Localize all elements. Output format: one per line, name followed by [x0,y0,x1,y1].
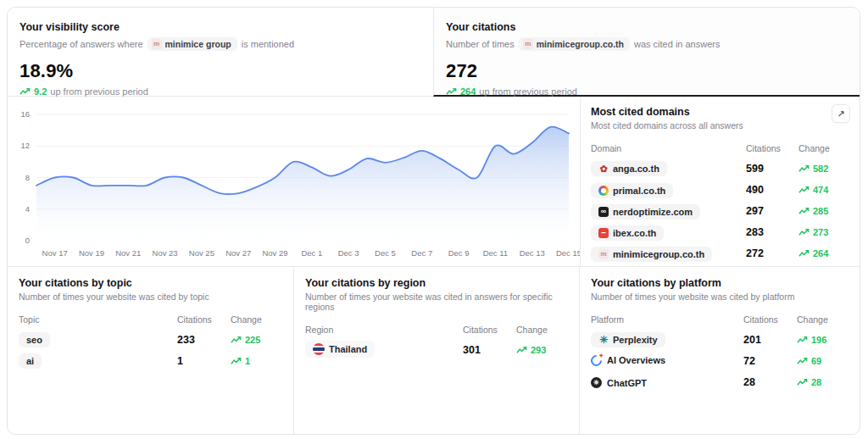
trending-up-icon [797,378,808,386]
panel-title: Most cited domains [591,106,848,118]
change-value: 273 [813,227,828,237]
trending-up-icon [797,357,808,365]
x-axis-tick: Nov 17 [42,248,68,258]
row-name: ChatGPT [591,375,647,391]
x-axis-tick: Dec 3 [338,248,359,258]
column-header: Topic [19,314,177,325]
table-row: nerdoptimize.com297285 [591,200,848,221]
row-pill[interactable]: minimicegroup.co.th [591,247,712,262]
trending-up-icon [798,186,810,194]
metric-tabs: Your visibility score Percentage of answ… [8,8,860,97]
change-value: 264 [813,248,828,258]
row-label: ChatGPT [607,378,647,388]
row-pill[interactable]: seo [19,332,50,347]
subtitle-prefix: Number of times [446,39,515,49]
row-label: Thailand [329,344,367,354]
trending-up-icon [798,228,810,236]
change-cell: 474 [798,185,848,195]
domains-table: DomainCitationsChangeanga.co.th599582pri… [591,139,848,264]
analytics-dashboard: Your visibility score Percentage of answ… [7,7,860,435]
change-cell: 285 [798,206,848,216]
entity-name: minimice group [165,39,231,49]
trending-up-icon [797,336,808,344]
column-header: Change [231,314,281,325]
regions-table: RegionCitationsChangeThailand301293 [305,320,567,360]
column-header: Region [305,325,463,335]
x-axis-tick: Dec 1 [301,248,322,258]
row-label: anga.co.th [613,164,659,174]
change-value: 474 [813,185,828,195]
change-cell: 1 [231,356,281,366]
x-axis-tick: Nov 19 [79,248,104,258]
subtitle-suffix: is mentioned [242,39,294,49]
table-header: DomainCitationsChange [591,139,848,158]
x-axis-tick: Dec 13 [520,248,545,258]
change-cell: 225 [231,335,281,345]
citations-value: 272 [746,247,798,259]
citations-value: 490 [746,184,798,196]
table-row: AI Overviews7269 [591,350,848,371]
change-value: 225 [245,335,260,345]
change-cell: 273 [798,227,848,237]
row-pill[interactable]: ibex.co.th [591,225,664,241]
x-axis-tick: Nov 29 [262,248,287,258]
table-row: ibex.co.th283273 [591,221,848,242]
visibility-card-subtitle: Percentage of answers where minimice gro… [19,37,433,51]
chatgpt-favicon-icon [591,377,602,388]
anga-favicon-icon [598,164,609,174]
y-axis-tick: 8 [25,173,30,182]
row-label: nerdoptimize.com [613,207,693,217]
column-header: Platform [591,314,743,325]
arrow-up-right-icon: ↗ [837,108,844,119]
trending-up-icon [231,357,242,365]
trending-up-icon [798,164,810,173]
change-value: 264 [460,86,476,97]
citations-value: 301 [463,344,516,356]
row-pill[interactable]: Thailand [305,341,375,358]
citations-card-subtitle: Number of times minimicegroup.co.th was … [446,37,860,51]
aioverviews-favicon-icon [591,355,602,366]
citations-by-region-card: Your citations by region Number of times… [293,267,579,434]
citations-value: 297 [746,205,798,217]
trending-up-icon [798,207,810,215]
thailand-favicon-icon [313,343,325,355]
row-pill[interactable]: nerdoptimize.com [591,204,700,220]
bottom-section: Your citations by topic Number of times … [8,266,860,434]
citations-by-topic-card: Your citations by topic Number of times … [8,267,293,434]
y-axis-tick: 0 [25,236,30,245]
tab-citations[interactable]: Your citations Number of times minimiceg… [433,8,860,97]
subtitle-suffix: was cited in answers [634,39,721,49]
citations-value: 28 [743,376,797,388]
x-axis-tick: Dec 15 [556,248,580,258]
x-axis-tick: Nov 25 [189,248,214,258]
tab-visibility-score[interactable]: Your visibility score Percentage of answ… [8,8,433,97]
column-header: Citations [463,325,516,335]
change-value: 293 [531,345,546,355]
row-pill[interactable]: primal.co.th [591,183,673,198]
table-row: primal.co.th490474 [591,179,848,200]
table-row: ChatGPT2828 [591,371,848,392]
change-cell: 196 [797,335,848,345]
row-pill[interactable]: anga.co.th [591,161,667,176]
topics-table: TopicCitationsChangeseo233225ai11 [19,310,281,371]
expand-button[interactable]: ↗ [832,104,850,123]
entity-name: minimicegroup.co.th [537,39,624,49]
row-label: AI Overviews [607,355,665,365]
citations-by-platform-card: Your citations by platform Number of tim… [579,267,860,434]
table-row: ai11 [19,350,281,371]
chart-area-fill [36,127,569,241]
visibility-trend: 9.2 up from previous period [19,86,433,97]
trending-up-icon [231,336,242,344]
y-axis-tick: 16 [20,109,30,119]
card-subtitle: Number of times your website was cited b… [591,292,848,302]
card-title: Your citations by region [305,277,567,289]
row-name: AI Overviews [591,353,665,369]
row-pill[interactable]: Perplexity [591,332,665,347]
change-label: up from previous period [479,86,577,97]
change-value: 28 [811,377,821,387]
citations-area-chart: 0481216Nov 17Nov 19Nov 21Nov 23Nov 25Nov… [8,97,580,266]
column-header: Domain [591,143,746,153]
change-value: 9.2 [34,86,47,97]
row-label: ai [26,356,34,366]
row-pill[interactable]: ai [19,353,42,369]
